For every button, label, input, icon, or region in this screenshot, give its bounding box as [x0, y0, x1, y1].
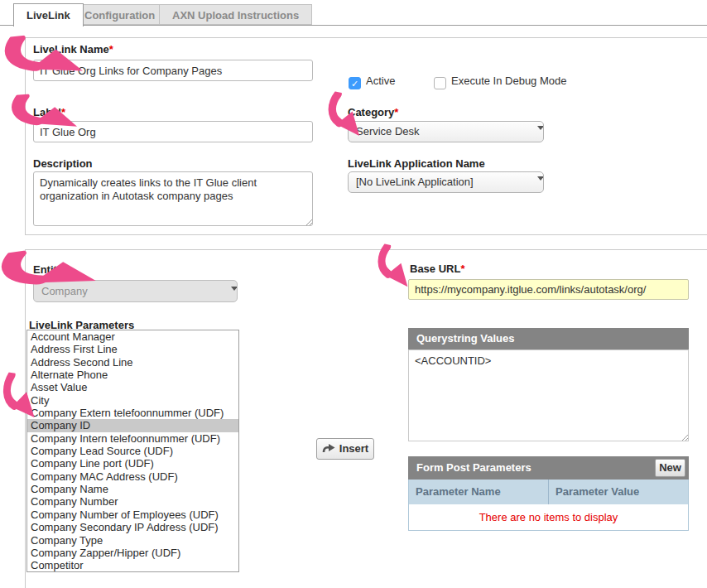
tabbar-divider [0, 25, 707, 26]
active-checkbox[interactable]: ✓ [349, 77, 361, 89]
livelink-name-input[interactable] [33, 60, 313, 81]
insert-button-label: Insert [339, 442, 368, 455]
base-url-input[interactable] [408, 279, 689, 300]
debug-checkbox-label: Execute In Debug Mode [451, 75, 566, 87]
active-checkbox-label: Active [366, 75, 395, 87]
parameter-option[interactable]: Company Name [27, 483, 238, 495]
parameter-option[interactable]: Company Zapper/Hipper (UDF) [27, 547, 238, 559]
entity-label: Entity* [33, 263, 67, 276]
select-stepper-icon [531, 177, 536, 187]
parameter-option[interactable]: Company Lead Source (UDF) [27, 445, 238, 457]
parameter-option[interactable]: Account Manager [27, 330, 238, 343]
parameter-option[interactable]: Company Intern telefoonnummer (UDF) [27, 432, 238, 445]
check-icon: ✓ [351, 79, 358, 89]
parameter-option[interactable]: Address Second Line [27, 356, 238, 369]
required-marker: * [63, 263, 67, 276]
parameter-option[interactable]: Company MAC Address (UDF) [27, 470, 238, 483]
parameter-option[interactable]: Company Extern telefoonnummer (UDF) [27, 407, 238, 419]
resize-grip-icon[interactable] [681, 433, 689, 441]
livelink-parameters-listbox[interactable]: Account ManagerAddress First LineAddress… [26, 330, 239, 572]
parameter-value-column-header: Parameter Value [549, 480, 688, 504]
debug-mode-checkbox[interactable]: ✓ [434, 77, 446, 89]
category-selected-value: Service Desk [356, 125, 420, 137]
form-post-column-headers: Parameter Name Parameter Value [408, 480, 689, 504]
active-checkbox-row: ✓Active [349, 74, 395, 88]
livelink-editor-page: LiveLink Configuration AXN Upload Instru… [0, 0, 707, 588]
category-select[interactable]: Service Desk [348, 121, 544, 142]
form-post-parameters-header: Form Post Parameters [408, 456, 689, 480]
label-input[interactable] [33, 121, 313, 142]
category-label: Category* [348, 106, 398, 118]
required-marker: * [109, 43, 113, 55]
parameter-option[interactable]: Company Number of Employees (UDF) [27, 508, 238, 521]
resize-grip-icon[interactable] [305, 218, 313, 226]
entity-select[interactable]: Company [33, 280, 238, 302]
tab-axn-upload-instructions[interactable]: AXN Upload Instructions [159, 4, 312, 25]
description-textarea[interactable]: Dynamically creates links to the IT Glue… [33, 171, 313, 226]
parameter-option[interactable]: Competitor [27, 559, 238, 571]
new-form-post-parameter-button[interactable]: New [655, 459, 685, 477]
select-stepper-icon [224, 287, 230, 296]
tab-livelink[interactable]: LiveLink [13, 3, 84, 27]
required-marker: * [394, 106, 398, 118]
form-post-empty-message: There are no items to display [408, 504, 689, 531]
debug-checkbox-row: ✓Execute In Debug Mode [434, 74, 566, 88]
parameter-option[interactable]: Company ID [27, 419, 238, 431]
parameter-option[interactable]: Company Type [27, 534, 238, 547]
application-selected-value: [No LiveLink Application] [356, 176, 474, 188]
tab-configuration[interactable]: Configuration [71, 4, 168, 25]
parameter-option[interactable]: Company Line port (UDF) [27, 457, 238, 470]
insert-arrow-icon [322, 443, 336, 453]
parameter-option[interactable]: Company Number [27, 495, 238, 508]
label-field-label: Label* [33, 106, 65, 118]
parameter-option[interactable]: City [27, 394, 238, 407]
insert-button[interactable]: Insert [316, 438, 374, 460]
required-marker: * [61, 106, 65, 118]
required-marker: * [460, 263, 464, 275]
entity-selected-value: Company [41, 285, 88, 297]
parameter-option[interactable]: Alternate Phone [27, 369, 238, 381]
parameter-option[interactable]: Company Secondary IP Address (UDF) [27, 521, 238, 533]
livelink-name-label: LiveLink Name* [33, 43, 113, 55]
querystring-values-textarea[interactable]: <ACCOUNTID> [408, 349, 689, 441]
parameter-option[interactable]: Address First Line [27, 343, 238, 355]
application-name-select[interactable]: [No LiveLink Application] [348, 171, 544, 193]
base-url-label: Base URL* [410, 263, 464, 275]
parameter-name-column-header: Parameter Name [409, 480, 549, 504]
select-stepper-icon [531, 127, 536, 137]
application-name-label: LiveLink Application Name [348, 157, 485, 170]
description-label: Description [33, 157, 93, 170]
parameter-option[interactable]: Asset Value [27, 381, 238, 393]
querystring-values-header: Querystring Values [408, 328, 689, 349]
